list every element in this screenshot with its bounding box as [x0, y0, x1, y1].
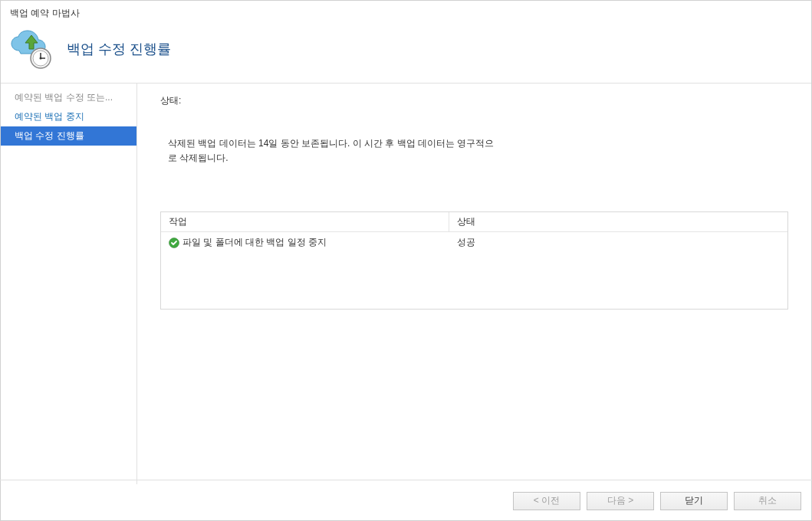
- table-row: 파일 및 폴더에 대한 백업 일정 중지 성공: [161, 232, 787, 253]
- sidebar-item-modify-or[interactable]: 예약된 백업 수정 또는...: [1, 88, 136, 107]
- success-check-icon: [169, 238, 179, 248]
- column-header-task[interactable]: 작업: [161, 212, 449, 231]
- svg-point-4: [40, 57, 42, 60]
- main-panel: 상태: 삭제된 백업 데이터는 14일 동안 보존됩니다. 이 시간 후 백업 …: [137, 84, 811, 484]
- task-cell-name: 파일 및 폴더에 대한 백업 일정 중지: [161, 234, 449, 251]
- wizard-header: 백업 수정 진행률: [1, 25, 811, 84]
- cancel-button: 취소: [734, 492, 801, 510]
- backup-cloud-clock-icon: [10, 29, 53, 69]
- column-header-status[interactable]: 상태: [449, 212, 787, 231]
- page-title: 백업 수정 진행률: [67, 40, 171, 58]
- sidebar-item-stop-scheduled[interactable]: 예약된 백업 중지: [1, 107, 136, 126]
- task-table-header: 작업 상태: [161, 212, 787, 232]
- wizard-button-bar: < 이전 다음 > 닫기 취소: [0, 480, 812, 521]
- status-message: 삭제된 백업 데이터는 14일 동안 보존됩니다. 이 시간 후 백업 데이터는…: [168, 136, 498, 165]
- status-label: 상태:: [160, 94, 788, 107]
- next-button: 다음 >: [587, 492, 654, 510]
- close-button[interactable]: 닫기: [660, 492, 728, 510]
- task-name-text: 파일 및 폴더에 대한 백업 일정 중지: [182, 236, 327, 249]
- task-cell-status: 성공: [449, 234, 787, 251]
- task-table: 작업 상태 파일 및 폴더에 대한 백업 일정 중지 성공: [160, 211, 788, 310]
- wizard-steps-sidebar: 예약된 백업 수정 또는... 예약된 백업 중지 백업 수정 진행률: [1, 84, 137, 484]
- sidebar-item-progress[interactable]: 백업 수정 진행률: [1, 126, 136, 146]
- window-title: 백업 예약 마법사: [1, 1, 811, 25]
- previous-button: < 이전: [513, 492, 580, 510]
